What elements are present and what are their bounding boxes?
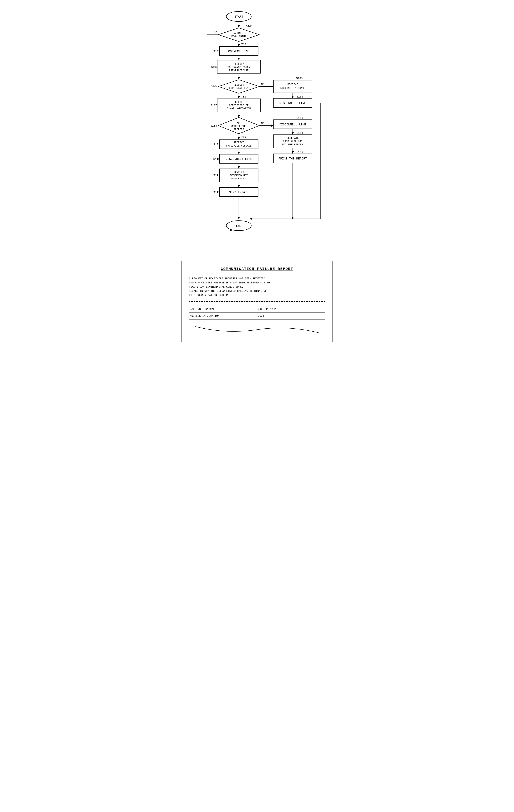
s107-line1: CHECK	[235, 101, 242, 104]
s114-line3: FAILURE REPORT	[282, 143, 303, 146]
s111-label: S111	[213, 174, 220, 177]
s108-line3: PROPER?	[233, 128, 244, 131]
table-label-1: CALLING TERMINAL	[189, 306, 257, 313]
s114-label: S114	[296, 132, 303, 135]
flowchart-svg: .fc-text { font-family: 'Courier New', C…	[177, 7, 337, 246]
s111-line1: CONVERT	[233, 171, 244, 174]
s104-line2: FOR TRANSFER?	[229, 87, 249, 90]
s112-box: SEND E-MAIL	[229, 191, 249, 194]
s107-line2: CONDITIONS OF	[229, 104, 249, 107]
s101-line2: FROM PSTN?	[231, 35, 246, 38]
end-node: END	[236, 225, 241, 228]
s102-label: S102	[213, 50, 220, 53]
svg-marker-11	[218, 80, 259, 93]
s106-box: DISCONNECT LINE	[279, 102, 306, 105]
report-body: A REQUEST OF FACSIMILE TRANSFER HAS BEEN…	[189, 277, 325, 297]
report-container: COMMUNICATION FAILURE REPORT A REQUEST O…	[181, 261, 333, 342]
s108-line1: ARE	[237, 122, 241, 124]
table-row: CALLING TERMINAL 0462-11-1111	[189, 306, 325, 313]
s109-label: S109	[213, 143, 220, 146]
s104-label: S104	[211, 85, 218, 88]
s104-line1: REQUEST	[233, 84, 244, 86]
s105-label: S105	[296, 77, 303, 80]
s108-yes: YES	[241, 136, 246, 139]
bottom-curve	[189, 325, 325, 334]
s104-no: NO	[261, 83, 264, 86]
svg-marker-2	[218, 28, 259, 41]
s110-label: S110	[213, 157, 220, 161]
s105-line2: FACSIMILE MESSAGE	[280, 87, 306, 90]
s101-label: S101	[246, 25, 253, 28]
s102-box: CONNECT LINE	[228, 50, 250, 53]
s110-box: DISCONNECT LINE	[226, 157, 252, 161]
s113-box: DISCONNEct LINE	[279, 123, 306, 126]
table-label-2: ADDRESS INFORMATION	[189, 313, 257, 319]
report-divider	[189, 301, 325, 302]
report-table: CALLING TERMINAL 0462-11-1111 ADDRESS IN…	[189, 306, 325, 320]
s108-no: NO	[261, 122, 264, 125]
s107-label: S107	[210, 104, 217, 107]
s101-line1: A CALL	[234, 32, 243, 35]
s109-line2: FACSIMILE MESSAGE	[226, 144, 252, 147]
s115-box: PRINT THE REPORT	[279, 157, 307, 161]
report-line1: A REQUEST OF FACSIMILE TRANSFER HAS BEEN…	[189, 277, 325, 281]
table-value-2: 0031	[257, 313, 325, 319]
table-row: ADDRESS INFORMATION 0031	[189, 313, 325, 319]
s101-yes: YES	[241, 43, 246, 46]
s107-line3: E-MAIL OPERATION	[227, 107, 251, 110]
s115-label: S115	[296, 151, 303, 153]
s114-line1: GENERATE	[287, 137, 298, 140]
s108-line2: CONDITIONS	[231, 125, 246, 128]
s111-line3: INTO E-MAIL	[231, 177, 247, 180]
svg-rect-13	[273, 80, 312, 93]
flowchart-area: .fc-text { font-family: 'Courier New', C…	[177, 4, 337, 254]
s108-label: S108	[210, 124, 217, 127]
report-line2: AND A FACSIMILE MESSAGE HAS NOT BEEN REC…	[189, 281, 325, 285]
s105-line1: RECEIVE	[288, 83, 298, 86]
report-title: COMMUNICATION FAILURE REPORT	[189, 267, 325, 271]
report-line5: THIS COMMUNICATION FAILURE.	[189, 293, 325, 297]
s103-label: S103	[211, 66, 218, 69]
s112-label: S112	[213, 191, 220, 194]
s103-line1: PERFORM	[233, 63, 244, 65]
report-line3: FUALTY LAN ENVIRONMETAL CONDITIONS.	[189, 285, 325, 289]
s104-yes: YES	[241, 95, 246, 98]
s103-line2: G3 TRANSMISSION	[228, 66, 250, 69]
s113-label: S113	[296, 117, 303, 119]
s106-label: S106	[296, 95, 303, 98]
s114-line2: COMMUNICATION	[283, 140, 302, 143]
s109-line1: RECEIVE	[233, 141, 244, 144]
s103-line3: PRE-PROCEDURE	[229, 69, 249, 72]
start-node: START	[234, 15, 243, 19]
report-line4: PLEASE INFORM THE BELOW LISTED CALLING T…	[189, 289, 325, 293]
s111-line2: RECEIVED FAX	[230, 174, 248, 177]
s101-no: NO	[214, 31, 217, 34]
table-value-1: 0462-11-1111	[257, 306, 325, 313]
